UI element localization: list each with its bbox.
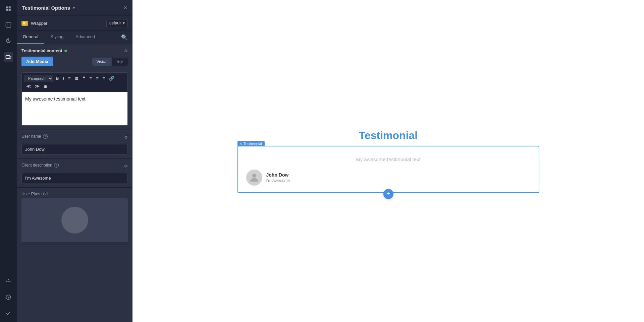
search-tab-icon[interactable]: 🔍 (116, 31, 132, 44)
user-name-info-icon[interactable]: ? (43, 134, 48, 139)
user-name-header: User name ? ⚙ (21, 134, 128, 141)
wrapper-select[interactable]: default ▾ (106, 19, 128, 27)
panel-header: Testimonial Options ▾ × (17, 0, 132, 16)
section-header: Testimonial content ⚙ (21, 48, 128, 53)
section-actions: ⚙ (124, 49, 128, 53)
media-toggle-row: Add Media Visual Text (21, 57, 128, 70)
blockquote-button[interactable]: ❝ (81, 75, 87, 82)
dashboard-icon[interactable] (4, 4, 13, 13)
canvas-content: Testimonial < Testimonial My awesome tes… (237, 129, 539, 193)
align-center-button[interactable]: ≡ (94, 75, 100, 82)
client-description-settings-icon[interactable]: ⚙ (124, 164, 128, 169)
canvas-title: Testimonial (359, 129, 418, 142)
svg-point-17 (252, 174, 256, 178)
avatar-icon (248, 172, 260, 184)
client-description-section: Client description ? ⚙ (17, 159, 132, 188)
tab-advanced[interactable]: Advanced (69, 31, 101, 44)
tabs-row: General Styling Advanced 🔍 (17, 31, 132, 44)
user-photo-info-icon[interactable]: ? (43, 192, 48, 196)
tab-general[interactable]: General (17, 31, 44, 44)
check-sidebar-icon[interactable] (4, 309, 13, 318)
user-name-input[interactable] (21, 144, 128, 154)
testimonial-card-author: John Dow I'm Awesome (246, 170, 531, 186)
wrapper-label: Wrapper (31, 21, 104, 26)
section-settings-icon[interactable]: ⚙ (124, 49, 128, 53)
user-name-section: User name ? ⚙ (17, 130, 132, 159)
svg-point-11 (8, 279, 9, 280)
client-description-input[interactable] (21, 173, 128, 183)
svg-rect-0 (6, 6, 8, 8)
testimonial-author-info: John Dow I'm Awesome (266, 172, 290, 183)
wrapper-select-chevron: ▾ (123, 21, 125, 25)
svg-rect-1 (9, 6, 11, 8)
active-dot (64, 50, 67, 52)
svg-point-16 (8, 296, 9, 297)
user-photo-label: User Photo ? (21, 192, 128, 196)
panel-title-text: Testimonial Options (22, 5, 70, 11)
testimonial-card-text: My awesome testimonial text (246, 153, 531, 166)
testimonial-badge-text: Testimonial (244, 142, 262, 146)
align-left-button[interactable]: ≡ (88, 75, 94, 82)
svg-rect-8 (6, 56, 10, 59)
visual-text-toggle: Visual Text (92, 58, 128, 66)
paragraph-select[interactable]: Paragraph Heading 1 Heading 2 (24, 75, 53, 82)
user-photo-area[interactable] (21, 198, 128, 242)
user-name-settings-icon[interactable]: ⚙ (124, 135, 128, 140)
testimonial-name: John Dow (266, 172, 290, 178)
testimonial-desc: I'm Awesome (266, 178, 290, 183)
indent-less-button[interactable]: ≪ (24, 83, 33, 90)
italic-button[interactable]: I (61, 75, 66, 82)
svg-rect-3 (9, 9, 11, 11)
testimonial-content-section: Testimonial content ⚙ Add Media Visual T… (17, 44, 132, 130)
add-media-button[interactable]: Add Media (21, 57, 53, 66)
client-description-label: Client description ? (21, 163, 59, 168)
svg-line-7 (8, 41, 9, 42)
panel-title-button[interactable]: Testimonial Options ▾ (22, 5, 75, 11)
wrapper-row: ID Wrapper default ▾ (17, 16, 132, 31)
svg-rect-4 (6, 22, 11, 27)
testimonial-avatar (246, 170, 262, 186)
table-button[interactable]: ⊞ (42, 83, 49, 90)
bold-button[interactable]: B (54, 75, 60, 82)
unordered-list-button[interactable]: ≡ (66, 75, 72, 82)
pages-icon[interactable] (4, 20, 13, 29)
tab-styling[interactable]: Styling (44, 31, 69, 44)
history-icon[interactable] (4, 36, 13, 46)
options-panel: Testimonial Options ▾ × ID Wrapper defau… (17, 0, 132, 322)
user-name-label: User name ? (21, 134, 48, 139)
align-right-button[interactable]: ≡ (101, 75, 107, 82)
panel-title-chevron: ▾ (73, 5, 75, 10)
testimonial-wrapper: < Testimonial My awesome testimonial tex… (237, 146, 539, 193)
wrapper-badge: ID (21, 21, 28, 26)
client-description-info-icon[interactable]: ? (54, 163, 59, 168)
editor-area[interactable]: My awesome testimonial text (21, 92, 128, 126)
text-tab[interactable]: Text (112, 58, 128, 66)
user-photo-placeholder (61, 207, 88, 234)
user-photo-section: User Photo ? (17, 188, 132, 246)
section-title: Testimonial content (21, 48, 67, 53)
testimonial-add-button[interactable]: + (383, 189, 393, 199)
svg-line-13 (7, 281, 10, 282)
svg-rect-9 (10, 56, 11, 58)
svg-rect-5 (7, 22, 7, 27)
panel-close-button[interactable]: × (123, 5, 127, 11)
visual-tab[interactable]: Visual (92, 58, 112, 66)
info-sidebar-icon[interactable] (4, 293, 13, 302)
indent-more-button[interactable]: ≫ (33, 83, 41, 90)
responsive-icon[interactable] (4, 52, 13, 62)
link-button[interactable]: 🔗 (107, 75, 116, 82)
testimonial-badge-chevron: < (240, 142, 242, 146)
client-description-header: Client description ? ⚙ (21, 163, 128, 170)
editor-content: My awesome testimonial text (25, 96, 86, 102)
sidebar (0, 0, 17, 322)
filter-icon[interactable] (4, 276, 13, 286)
wrapper-select-value: default (109, 21, 121, 25)
testimonial-card: My awesome testimonial text John Dow I'm… (237, 146, 539, 193)
ordered-list-button[interactable]: ≣ (73, 75, 80, 82)
editor-toolbar: Paragraph Heading 1 Heading 2 B I ≡ ≣ ❝ … (21, 72, 128, 92)
main-canvas: Testimonial < Testimonial My awesome tes… (132, 0, 644, 322)
svg-rect-2 (6, 9, 8, 11)
